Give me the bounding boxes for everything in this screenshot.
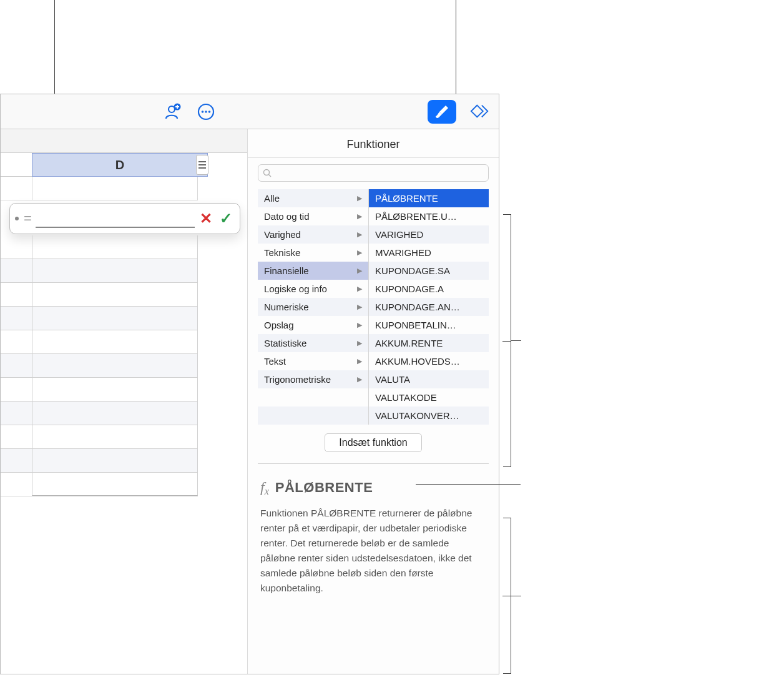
accept-formula-button[interactable]: ✓	[220, 210, 232, 227]
cell[interactable]	[32, 425, 198, 448]
function-item[interactable]: KUPONDAGE.A	[369, 280, 489, 298]
function-item[interactable]: AKKUM.RENTE	[369, 334, 489, 352]
function-item[interactable]: PÅLØBRENTE	[369, 189, 489, 207]
column-header-d[interactable]: D	[32, 153, 208, 177]
category-item[interactable]: Tekniske▶	[258, 244, 368, 262]
table-body	[1, 235, 198, 496]
category-item[interactable]: Alle▶	[258, 189, 368, 207]
ellipsis-circle-icon	[197, 102, 215, 121]
more-button[interactable]	[196, 102, 216, 122]
category-item[interactable]: Trigonometriske▶	[258, 370, 368, 388]
organize-button[interactable]	[470, 102, 490, 122]
col-header-stub	[1, 153, 32, 177]
panel-title: Funktioner	[248, 129, 499, 157]
search-input[interactable]	[258, 164, 489, 182]
function-item[interactable]: VALUTAKONVER…	[369, 407, 489, 425]
cancel-formula-button[interactable]: ✕	[200, 210, 212, 227]
cell[interactable]	[32, 354, 198, 377]
content-area: D = ✕ ✓	[1, 129, 499, 674]
diamond-stack-icon	[470, 102, 490, 121]
table-row	[1, 378, 198, 402]
cell[interactable]	[32, 307, 198, 330]
category-label: Trigonometriske	[264, 374, 331, 385]
svg-point-3	[202, 111, 204, 113]
cell[interactable]	[32, 378, 198, 401]
column-headers: D	[1, 153, 247, 177]
table-row	[1, 425, 198, 449]
callout-line-lists	[511, 340, 521, 341]
cell[interactable]	[32, 402, 198, 425]
sheet-area: D = ✕ ✓	[1, 129, 247, 674]
cell[interactable]	[32, 449, 198, 472]
search-icon	[263, 169, 272, 177]
function-item[interactable]: VALUTAKODE	[369, 388, 489, 407]
header-cell[interactable]	[32, 177, 198, 200]
category-label: Tekniske	[264, 247, 300, 258]
chevron-right-icon: ▶	[357, 285, 362, 293]
category-label: Varighed	[264, 229, 301, 240]
category-list: Alle▶Dato og tid▶Varighed▶Tekniske▶Finan…	[258, 189, 369, 425]
callout-line-insert	[416, 484, 521, 485]
table-row	[1, 402, 198, 425]
toolbar-left-group	[162, 102, 216, 122]
column-label: D	[115, 158, 124, 172]
table-row	[1, 259, 198, 283]
chevron-right-icon: ▶	[357, 230, 362, 239]
sheet-tab-bar	[1, 129, 247, 153]
chevron-right-icon: ▶	[357, 375, 362, 383]
table-row	[1, 449, 198, 473]
function-item[interactable]: AKKUM.HOVEDS…	[369, 352, 489, 370]
header-row	[1, 177, 247, 200]
category-item[interactable]: Statistiske▶	[258, 334, 368, 352]
toolbar	[1, 94, 499, 129]
category-item[interactable]: Logiske og info▶	[258, 280, 368, 298]
cell[interactable]	[32, 235, 198, 259]
insert-function-button[interactable]: Indsæt funktion	[325, 433, 421, 452]
category-item[interactable]: Finansielle▶	[258, 262, 368, 280]
column-menu-handle[interactable]	[196, 155, 208, 175]
category-item[interactable]: Varighed▶	[258, 225, 368, 244]
table-row	[1, 354, 198, 378]
category-label: Statistiske	[264, 338, 306, 348]
cell[interactable]	[32, 330, 198, 353]
cell[interactable]	[32, 259, 198, 282]
svg-point-0	[169, 106, 175, 112]
callout-line-format	[456, 0, 456, 94]
row-stub	[1, 177, 32, 200]
function-item[interactable]: VALUTA	[369, 370, 489, 388]
category-label: Dato og tid	[264, 211, 310, 222]
function-item[interactable]: PÅLØBRENTE.U…	[369, 207, 489, 225]
formula-editor: = ✕ ✓	[9, 203, 240, 234]
formula-input[interactable]	[36, 209, 195, 228]
divider	[248, 157, 499, 158]
category-item[interactable]: Dato og tid▶	[258, 207, 368, 225]
table-row	[1, 473, 198, 496]
equals-label: =	[24, 210, 32, 227]
chevron-right-icon: ▶	[357, 249, 362, 257]
function-item[interactable]: KUPONBETALIN…	[369, 316, 489, 334]
chevron-right-icon: ▶	[357, 321, 362, 329]
category-item[interactable]: Numeriske▶	[258, 298, 368, 316]
description-title: PÅLØBRENTE	[275, 480, 373, 496]
formula-handle-icon[interactable]	[15, 217, 19, 220]
function-item[interactable]: VARIGHED	[369, 225, 489, 244]
chevron-right-icon: ▶	[357, 267, 362, 275]
cell[interactable]	[32, 473, 198, 496]
function-list: PÅLØBRENTEPÅLØBRENTE.U…VARIGHEDMVARIGHED…	[369, 189, 489, 425]
category-item[interactable]: Opslag▶	[258, 316, 368, 334]
category-label: Opslag	[264, 320, 294, 330]
function-item[interactable]: MVARIGHED	[369, 244, 489, 262]
collaborate-button[interactable]	[162, 102, 182, 122]
category-item[interactable]: Tekst▶	[258, 352, 368, 370]
person-plus-icon	[163, 102, 182, 121]
category-label: Finansielle	[264, 265, 309, 276]
category-label: Tekst	[264, 356, 286, 367]
svg-point-4	[205, 111, 207, 113]
svg-point-5	[208, 111, 211, 113]
cell[interactable]	[32, 283, 198, 306]
category-label: Alle	[264, 193, 280, 204]
function-item[interactable]: KUPONDAGE.SA	[369, 262, 489, 280]
divider	[258, 463, 489, 464]
format-button[interactable]	[428, 100, 456, 124]
function-item[interactable]: KUPONDAGE.AN…	[369, 298, 489, 316]
